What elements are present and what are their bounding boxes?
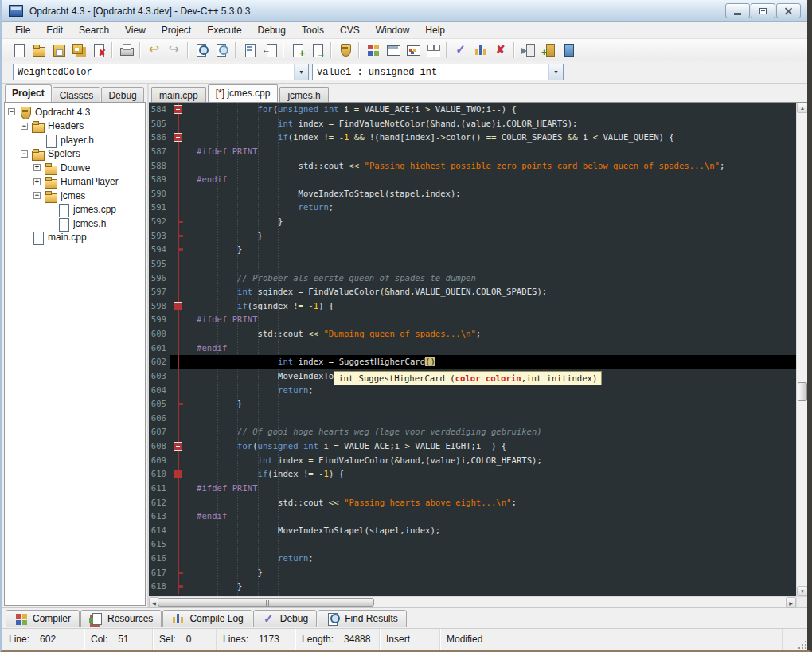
sidebar-tab-classes[interactable]: Classes <box>53 87 101 102</box>
code-line-604[interactable]: 604 return; <box>149 384 796 398</box>
resize-grip[interactable] <box>797 639 807 650</box>
save-button[interactable] <box>49 41 68 60</box>
scroll-down-arrow[interactable]: ▼ <box>797 586 808 596</box>
code-line-608[interactable]: 608 for(unsigned int i = VALUE_ACE;i > V… <box>149 439 796 454</box>
tree-item-jcmes-h[interactable]: jcmes.h <box>8 217 145 231</box>
menu-item-tools[interactable]: Tools <box>294 22 332 38</box>
report-tab-compiler[interactable]: Compiler <box>6 610 80 627</box>
member-browser-combo[interactable]: value1 : unsigned int ▼ <box>312 64 564 80</box>
menu-item-execute[interactable]: Execute <box>199 22 249 38</box>
code-line-618[interactable]: 618 } <box>149 580 796 594</box>
tree-item-humanplayer[interactable]: +HumanPlayer <box>8 175 145 189</box>
editor-tab-jcmes-cpp[interactable]: [*] jcmes.cpp <box>208 84 279 102</box>
code-line-593[interactable]: 593 } <box>149 229 796 244</box>
code-line-591[interactable]: 591 return; <box>149 201 796 215</box>
menu-item-view[interactable]: View <box>117 22 154 38</box>
menu-item-file[interactable]: File <box>7 22 38 38</box>
code-line-614[interactable]: 614 MoveIndexToStapel(stapel,index); <box>149 524 796 538</box>
code-line-598[interactable]: 598 if(sqindex != -1) { <box>149 299 796 314</box>
rebuild-all-button[interactable] <box>423 41 443 60</box>
horizontal-scrollbar[interactable]: ◀ ▶ <box>149 596 796 607</box>
code-line-585[interactable]: 585 int index = FindValueNotColor(&hand,… <box>149 117 796 131</box>
undo-button[interactable]: ↩ <box>144 41 164 60</box>
tree-item-douwe[interactable]: +Douwe <box>8 161 145 175</box>
vertical-scrollbar[interactable]: ▲ ▼ <box>796 103 807 596</box>
expand-toggle[interactable]: + <box>33 164 41 171</box>
menu-item-debug[interactable]: Debug <box>250 22 294 38</box>
code-line-606[interactable]: 606 <box>149 412 796 426</box>
code-line-601[interactable]: 601#endif <box>149 342 796 356</box>
collapse-toggle[interactable]: − <box>8 108 15 115</box>
redo-button[interactable]: ↪ <box>164 41 184 60</box>
horizontal-scroll-thumb[interactable] <box>158 598 374 607</box>
class-browser-combo[interactable]: WeightedColor ▼ <box>13 64 309 80</box>
titlebar[interactable]: Opdracht 4.3 - [Opdracht 4.3.dev] - Dev-… <box>2 0 807 22</box>
tree-item-headers[interactable]: −Headers <box>8 119 145 134</box>
fold-collapse-icon[interactable] <box>174 133 182 142</box>
code-line-612[interactable]: 612 std::cout << "Passing hearts above e… <box>149 496 796 510</box>
open-project-button[interactable] <box>29 41 49 60</box>
menu-item-window[interactable]: Window <box>368 22 418 38</box>
menu-item-edit[interactable]: Edit <box>38 22 71 38</box>
tree-item-jcmes[interactable]: −jcmes <box>8 189 145 203</box>
code-line-617[interactable]: 617 } <box>149 566 796 580</box>
compile-button[interactable] <box>363 41 383 60</box>
add-to-project-button[interactable] <box>538 41 558 60</box>
code-line-616[interactable]: 616 return; <box>149 552 796 566</box>
code-line-602[interactable]: 602 int index = SuggestHigherCard() <box>149 355 796 369</box>
collapse-toggle[interactable]: − <box>33 192 41 199</box>
insert-snippet-button[interactable] <box>287 41 307 60</box>
tree-item-main-cpp[interactable]: main.cpp <box>8 231 145 245</box>
abort-compilation-button[interactable]: ✘ <box>490 41 510 60</box>
code-line-615[interactable]: 615 <box>149 537 796 552</box>
close-file-button[interactable] <box>88 41 108 60</box>
menu-item-search[interactable]: Search <box>71 22 117 38</box>
syntax-check-button[interactable]: ✓ <box>451 41 470 60</box>
close-button[interactable] <box>776 3 801 18</box>
code-line-610[interactable]: 610 if(index != -1) { <box>149 467 796 482</box>
code-line-613[interactable]: 613#endif <box>149 509 796 524</box>
code-line-609[interactable]: 609 int index = FindValueColor(&hand,(va… <box>149 454 796 468</box>
fold-collapse-icon[interactable] <box>174 302 182 310</box>
tree-item-player-h[interactable]: player.h <box>8 133 145 147</box>
tree-item-opdracht-4-3[interactable]: −Opdracht 4.3 <box>8 105 145 119</box>
fold-collapse-icon[interactable] <box>174 442 182 451</box>
report-tab-debug[interactable]: ✓Debug <box>253 610 317 627</box>
code-line-586[interactable]: 586 if(index != -1 && !(hand[index]->col… <box>149 131 796 145</box>
goto-line-button[interactable] <box>260 41 279 60</box>
report-tab-resources[interactable]: Resources <box>80 610 162 627</box>
cpu-window-button[interactable] <box>558 41 578 60</box>
code-line-596[interactable]: 596 // Probeer als eerste queen of spade… <box>149 271 796 286</box>
scroll-up-arrow[interactable]: ▲ <box>797 103 808 113</box>
member-browser-dropdown-button[interactable]: ▼ <box>548 64 563 80</box>
find-button[interactable] <box>192 41 212 60</box>
report-tab-find-results[interactable]: Find Results <box>318 610 407 627</box>
vertical-scroll-thumb[interactable] <box>798 382 807 401</box>
code-line-595[interactable]: 595 <box>149 257 796 271</box>
code-line-594[interactable]: 594 } <box>149 243 796 257</box>
minimize-button[interactable] <box>725 3 750 18</box>
editor-tab-jcmes-h[interactable]: jcmes.h <box>279 87 328 102</box>
code-line-597[interactable]: 597 int sqindex = FindValueColor(&hand,V… <box>149 285 796 299</box>
class-browser-dropdown-button[interactable]: ▼ <box>294 64 308 80</box>
code-line-590[interactable]: 590 MoveIndexToStapel(stapel,index); <box>149 187 796 201</box>
profile-analysis-button[interactable] <box>470 41 490 60</box>
program-reset-button[interactable] <box>518 41 538 60</box>
sidebar-tab-project[interactable]: Project <box>5 84 52 102</box>
tree-item-spelers[interactable]: −Spelers <box>8 147 145 162</box>
project-tree[interactable]: −Opdracht 4.3−Headersplayer.h−Spelers+Do… <box>4 102 146 606</box>
goto-bookmark-button[interactable] <box>307 41 327 60</box>
run-button[interactable] <box>383 41 403 60</box>
code-line-592[interactable]: 592 } <box>149 215 796 229</box>
code-line-599[interactable]: 599#ifdef PRINT <box>149 313 796 327</box>
restore-button[interactable] <box>751 3 775 18</box>
code-line-605[interactable]: 605 } <box>149 397 796 412</box>
collapse-toggle[interactable]: − <box>21 150 28 158</box>
profile-button[interactable] <box>335 41 355 60</box>
code-editor[interactable]: int SuggestHigherCard (color colorin,int… <box>149 103 796 596</box>
code-line-589[interactable]: 589#endif <box>149 173 796 187</box>
editor-tab-main-cpp[interactable]: main.cpp <box>151 87 206 102</box>
fold-collapse-icon[interactable] <box>174 105 182 114</box>
find-in-files-button[interactable] <box>212 41 232 60</box>
scroll-right-arrow[interactable]: ▶ <box>786 597 796 608</box>
